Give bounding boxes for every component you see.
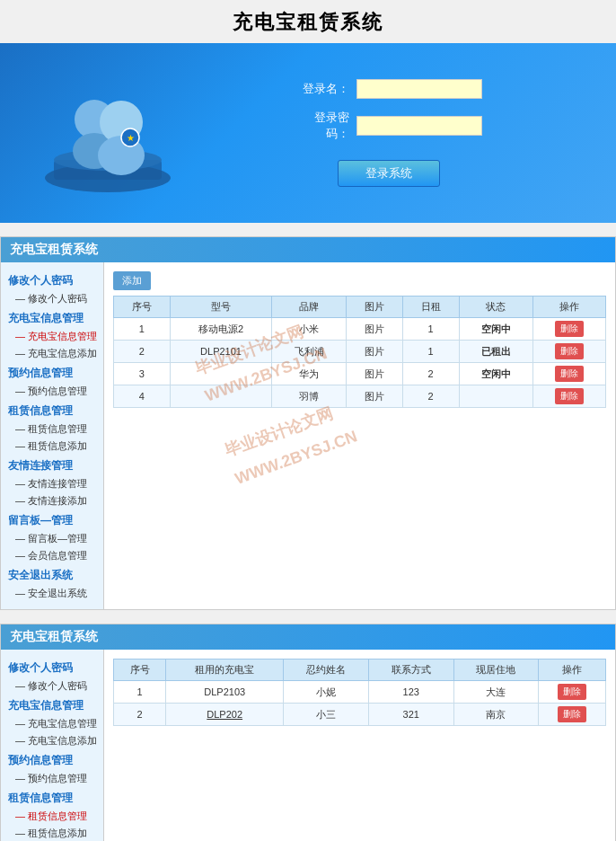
username-row: 登录名： bbox=[295, 79, 482, 99]
admin-section-1: 充电宝租赁系统 修改个人密码 — 修改个人密码 充电宝信息管理 — 充电宝信息管… bbox=[0, 236, 616, 610]
sidebar-item-charger-add-1[interactable]: — 充电宝信息添加 bbox=[1, 345, 103, 362]
sidebar-group-rental-1[interactable]: 租赁信息管理 bbox=[1, 400, 103, 420]
sidebar-item-reservation-2[interactable]: — 预约信息管理 bbox=[1, 770, 103, 787]
sidebar-group-password-1[interactable]: 修改个人密码 bbox=[1, 270, 103, 290]
col-pic-1: 图片 bbox=[346, 297, 402, 318]
admin-header-2: 充电宝租赁系统 bbox=[1, 624, 615, 650]
sidebar-2: 修改个人密码 — 修改个人密码 充电宝信息管理 — 充电宝信息管理 — 充电宝信… bbox=[1, 650, 104, 841]
table-header-row-2: 序号 租用的充电宝 忍约姓名 联系方式 现居住地 操作 bbox=[114, 660, 606, 681]
sidebar-item-rental-manage-1[interactable]: — 租赁信息管理 bbox=[1, 420, 103, 438]
sidebar-item-charger-manage-2[interactable]: — 充电宝信息管理 bbox=[1, 715, 103, 732]
table-wrapper-1: 序号 型号 品牌 图片 日租 状态 操作 1 移动电源2 bbox=[113, 296, 606, 408]
col-contact-2: 联系方式 bbox=[368, 660, 453, 681]
col-brand-1: 品牌 bbox=[272, 297, 347, 318]
page-title: 充电宝租赁系统 bbox=[0, 9, 616, 36]
password-input[interactable] bbox=[356, 116, 482, 136]
admin-section-2: 充电宝租赁系统 修改个人密码 — 修改个人密码 充电宝信息管理 — 充电宝信息管… bbox=[0, 624, 616, 841]
sidebar-item-rental-manage-2[interactable]: — 租赁信息管理 bbox=[1, 808, 103, 825]
col-rent-1: 日租 bbox=[402, 297, 459, 318]
admin-body-2: 修改个人密码 — 修改个人密码 充电宝信息管理 — 充电宝信息管理 — 充电宝信… bbox=[1, 650, 615, 841]
sidebar-item-password-2[interactable]: — 修改个人密码 bbox=[1, 677, 103, 695]
col-action-1: 操作 bbox=[533, 297, 606, 318]
delete-rental-btn-2[interactable]: 删除 bbox=[558, 706, 586, 722]
admin-header-1: 充电宝租赁系统 bbox=[1, 237, 615, 262]
username-input[interactable] bbox=[356, 79, 482, 99]
sidebar-item-logout-1[interactable]: — 安全退出系统 bbox=[1, 585, 103, 602]
col-model-1: 型号 bbox=[170, 297, 271, 318]
sidebar-group-reservation-2[interactable]: 预约信息管理 bbox=[1, 749, 103, 770]
delete-btn-2[interactable]: 删除 bbox=[555, 343, 584, 359]
rental-table: 序号 租用的充电宝 忍约姓名 联系方式 现居住地 操作 1 DLP2103 小妮… bbox=[113, 659, 606, 726]
charger-table: 序号 型号 品牌 图片 日租 状态 操作 1 移动电源2 bbox=[113, 296, 606, 408]
sidebar-item-messages-1[interactable]: — 留言板—管理 bbox=[1, 530, 103, 547]
table-header-row-1: 序号 型号 品牌 图片 日租 状态 操作 bbox=[114, 297, 606, 318]
add-button-1[interactable]: 添加 bbox=[113, 271, 151, 290]
login-button[interactable]: 登录系统 bbox=[338, 160, 440, 187]
username-label: 登录名： bbox=[295, 81, 349, 97]
sidebar-group-rental-2[interactable]: 租赁信息管理 bbox=[1, 787, 103, 808]
col-status-1: 状态 bbox=[459, 297, 533, 318]
password-row: 登录密码： bbox=[295, 110, 482, 142]
table-row: 3 华为 图片 2 空闲中 删除 bbox=[114, 363, 606, 385]
sidebar-item-links-manage-1[interactable]: — 友情连接管理 bbox=[1, 475, 103, 492]
sidebar-group-logout-1[interactable]: 安全退出系统 bbox=[1, 564, 103, 585]
sidebar-item-charger-add-2[interactable]: — 充电宝信息添加 bbox=[1, 732, 103, 749]
page-title-bar: 充电宝租赁系统 bbox=[0, 0, 616, 43]
sidebar-item-links-add-1[interactable]: — 友情连接添加 bbox=[1, 492, 103, 509]
password-label: 登录密码： bbox=[295, 110, 349, 142]
col-id-1: 序号 bbox=[114, 297, 171, 318]
login-form-area: 登录名： 登录密码： 登录系统 bbox=[189, 79, 589, 187]
sidebar-item-rental-add-2[interactable]: — 租赁信息添加 bbox=[1, 825, 103, 841]
users-icon: ★ bbox=[36, 70, 180, 196]
table-row: 2 DLP202 小三 321 南京 删除 bbox=[114, 704, 606, 726]
sidebar-group-password-2[interactable]: 修改个人密码 bbox=[1, 657, 103, 677]
login-icon-area: ★ bbox=[27, 70, 189, 196]
col-id-2: 序号 bbox=[114, 660, 166, 681]
sidebar-item-members-1[interactable]: — 会员信息管理 bbox=[1, 547, 103, 564]
main-content-1: 添加 序号 型号 品牌 图片 日租 状态 操作 bbox=[104, 262, 615, 609]
sidebar-item-password-1[interactable]: — 修改个人密码 bbox=[1, 290, 103, 307]
sidebar-group-charger-1[interactable]: 充电宝信息管理 bbox=[1, 307, 103, 328]
table-row: 2 DLP2101 飞利浦 图片 1 已租出 删除 bbox=[114, 341, 606, 363]
sidebar-group-messages-1[interactable]: 留言板—管理 bbox=[1, 509, 103, 530]
delete-rental-btn-1[interactable]: 删除 bbox=[558, 684, 586, 700]
table-row: 1 DLP2103 小妮 123 大连 删除 bbox=[114, 681, 606, 704]
login-section: ★ 登录名： 登录密码： 登录系统 bbox=[0, 43, 616, 223]
table-row: 4 羽博 图片 2 删除 bbox=[114, 385, 606, 408]
sidebar-item-charger-manage-1[interactable]: — 充电宝信息管理 bbox=[1, 328, 103, 345]
delete-btn-3[interactable]: 删除 bbox=[555, 366, 584, 382]
table-row: 1 移动电源2 小米 图片 1 空闲中 删除 bbox=[114, 318, 606, 341]
sidebar-item-rental-add-1[interactable]: — 租赁信息添加 bbox=[1, 438, 103, 455]
sidebar-group-reservation-1[interactable]: 预约信息管理 bbox=[1, 362, 103, 383]
col-name-2: 忍约姓名 bbox=[284, 660, 369, 681]
main-content-2: 序号 租用的充电宝 忍约姓名 联系方式 现居住地 操作 1 DLP2103 小妮… bbox=[104, 650, 615, 841]
sidebar-item-reservation-1[interactable]: — 预约信息管理 bbox=[1, 383, 103, 400]
sidebar-group-charger-2[interactable]: 充电宝信息管理 bbox=[1, 695, 103, 715]
col-action-2: 操作 bbox=[539, 660, 606, 681]
col-charger-2: 租用的充电宝 bbox=[166, 660, 284, 681]
svg-text:★: ★ bbox=[127, 133, 135, 143]
sidebar-group-links-1[interactable]: 友情连接管理 bbox=[1, 455, 103, 475]
delete-btn-4[interactable]: 删除 bbox=[555, 388, 584, 404]
col-address-2: 现居住地 bbox=[453, 660, 539, 681]
admin-body-1: 修改个人密码 — 修改个人密码 充电宝信息管理 — 充电宝信息管理 — 充电宝信… bbox=[1, 262, 615, 609]
delete-btn-1[interactable]: 删除 bbox=[555, 321, 584, 337]
sidebar-1: 修改个人密码 — 修改个人密码 充电宝信息管理 — 充电宝信息管理 — 充电宝信… bbox=[1, 262, 104, 609]
